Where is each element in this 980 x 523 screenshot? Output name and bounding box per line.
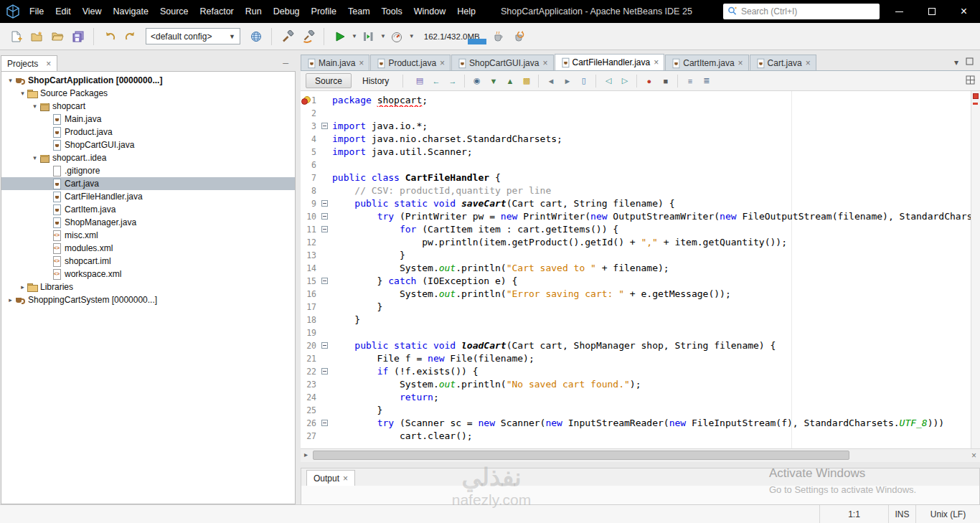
expand-arrow-icon[interactable]: ▾: [30, 154, 39, 161]
tab-close-icon[interactable]: ×: [738, 59, 743, 67]
tree-item-modules-xml[interactable]: modules.xml: [1, 242, 295, 255]
gc-button[interactable]: [489, 27, 509, 46]
close-button[interactable]: ×: [948, 0, 980, 23]
shift-left-icon[interactable]: ◁: [600, 74, 616, 88]
new-project-button[interactable]: [27, 27, 46, 46]
tab-close-icon[interactable]: ×: [343, 474, 348, 483]
tree-item-product-java[interactable]: Product.java: [1, 126, 295, 138]
tree-item-shopcartapplication-0000000[interactable]: ▾ShopCartApplication [0000000...]: [1, 74, 295, 87]
tab-close-icon[interactable]: ×: [359, 59, 364, 67]
maximize-editor-icon[interactable]: [966, 57, 974, 67]
new-file-button[interactable]: [6, 27, 25, 46]
projects-tab[interactable]: Projects ×: [1, 55, 57, 71]
menu-help[interactable]: Help: [451, 0, 481, 23]
output-tab[interactable]: Output ×: [306, 470, 355, 486]
tree-item-shopcart-idea[interactable]: ▾shopcart..idea: [1, 151, 295, 164]
run-dropdown-icon[interactable]: ▼: [352, 33, 357, 39]
tab-close-icon[interactable]: ×: [806, 59, 811, 67]
editor-tab-product-java[interactable]: Product.java×: [370, 55, 451, 70]
menu-tools[interactable]: Tools: [376, 0, 408, 23]
tree-item-shopcartgui-java[interactable]: ShopCartGUI.java: [1, 138, 295, 151]
config-select[interactable]: <default config> ▼: [146, 28, 240, 44]
debug-dropdown-icon[interactable]: ▼: [380, 33, 386, 39]
next-bookmark-icon[interactable]: ►: [560, 74, 575, 88]
tree-item-cart-java[interactable]: Cart.java: [1, 177, 295, 190]
collapse-arrow-icon[interactable]: ▸: [18, 283, 27, 291]
previous-occurrence-icon[interactable]: ▲: [502, 74, 517, 88]
tree-item-shopcart[interactable]: ▾shopcart: [1, 100, 295, 113]
build-project-button[interactable]: [278, 27, 297, 46]
expand-arrow-icon[interactable]: ▾: [18, 90, 27, 97]
tab-close-icon[interactable]: ×: [654, 58, 659, 67]
menu-profile[interactable]: Profile: [306, 0, 342, 23]
code-fold-icon[interactable]: [321, 342, 328, 349]
stop-macro-icon[interactable]: ■: [658, 74, 673, 88]
panel-divider[interactable]: [301, 462, 980, 468]
code-fold-icon[interactable]: [321, 226, 328, 232]
minimize-button[interactable]: [883, 0, 915, 23]
quick-search-input[interactable]: Search (Ctrl+I): [723, 4, 880, 19]
code-fold-icon[interactable]: [321, 368, 328, 374]
code-fold-icon[interactable]: [321, 213, 328, 220]
code-editor[interactable]: 1package shopcart;23import java.io.*;4im…: [301, 91, 980, 448]
code-fold-icon[interactable]: [321, 123, 328, 129]
editor-tab-main-java[interactable]: Main.java×: [301, 55, 369, 70]
tree-item-main-java[interactable]: Main.java: [1, 113, 295, 126]
code-fold-icon[interactable]: [321, 278, 328, 284]
code-fold-icon[interactable]: [321, 420, 328, 426]
tab-list-icon[interactable]: ▾: [954, 57, 958, 67]
profile-project-button[interactable]: [387, 27, 407, 46]
undo-button[interactable]: [100, 27, 119, 46]
tab-close-icon[interactable]: ×: [440, 59, 445, 67]
menu-window[interactable]: Window: [408, 0, 451, 23]
tree-item-shopmanager-java[interactable]: ShopManager.java: [1, 216, 295, 229]
error-stripe-mark[interactable]: [973, 103, 978, 105]
shift-right-icon[interactable]: ▷: [617, 74, 632, 88]
menu-file[interactable]: File: [24, 0, 50, 23]
menu-refactor[interactable]: Refactor: [194, 0, 240, 23]
tab-close-icon[interactable]: ×: [542, 59, 547, 67]
find-selection-icon[interactable]: ◉: [469, 74, 484, 88]
menu-debug[interactable]: Debug: [268, 0, 306, 23]
source-view-button[interactable]: Source: [306, 73, 352, 88]
insert-mode-indicator[interactable]: INS: [888, 505, 915, 523]
next-occurrence-icon[interactable]: ▼: [486, 74, 501, 88]
scrollbar-close-icon[interactable]: ×: [971, 451, 976, 461]
history-view-button[interactable]: History: [354, 73, 397, 88]
menu-team[interactable]: Team: [342, 0, 376, 23]
maximize-button[interactable]: [915, 0, 948, 23]
tree-item-gitignore[interactable]: .gitignore: [1, 164, 295, 177]
gc-log-button[interactable]: [510, 27, 529, 46]
expand-arrow-icon[interactable]: ▾: [30, 103, 39, 110]
previous-bookmark-icon[interactable]: ◄: [543, 74, 558, 88]
run-project-button[interactable]: [330, 27, 349, 46]
minimize-panel-icon[interactable]: ─: [283, 59, 288, 67]
editor-tab-cartitem-java[interactable]: CartItem.java×: [665, 55, 748, 70]
scrollbar-thumb[interactable]: [313, 451, 849, 460]
uncomment-icon[interactable]: ≣: [699, 74, 714, 88]
error-stripe[interactable]: [971, 91, 980, 448]
collapse-arrow-icon[interactable]: ▸: [6, 296, 15, 303]
menu-view[interactable]: View: [77, 0, 108, 23]
editor-tab-cart-java[interactable]: Cart.java×: [750, 55, 816, 70]
tree-item-misc-xml[interactable]: misc.xml: [1, 229, 295, 242]
tree-item-shoppingcartsystem-0000000[interactable]: ▸ShoppingCartSystem [0000000...]: [1, 293, 295, 306]
menu-run[interactable]: Run: [240, 0, 268, 23]
memory-indicator[interactable]: 162.1/432.0MB: [420, 27, 484, 46]
comment-icon[interactable]: ≡: [682, 74, 697, 88]
toggle-bookmark-icon[interactable]: ▯: [576, 74, 591, 88]
forward-icon[interactable]: →: [445, 74, 460, 88]
tree-item-cartitem-java[interactable]: CartItem.java: [1, 203, 295, 216]
tree-item-source-packages[interactable]: ▾Source Packages: [1, 87, 295, 100]
tree-item-workspace-xml[interactable]: workspace.xml: [1, 268, 295, 281]
expand-arrow-icon[interactable]: ▾: [6, 77, 15, 84]
start-macro-icon[interactable]: ●: [641, 74, 656, 88]
clean-build-button[interactable]: [298, 27, 318, 46]
horizontal-scrollbar[interactable]: ▸ ×: [301, 448, 980, 462]
back-icon[interactable]: ←: [428, 74, 443, 88]
editor-tab-shopcartgui-java[interactable]: ShopCartGUI.java×: [451, 55, 553, 70]
code-fold-icon[interactable]: [321, 200, 328, 207]
tree-item-cartfilehandler-java[interactable]: CartFileHandler.java: [1, 190, 295, 203]
editor-tab-cartfilehandler-java[interactable]: CartFileHandler.java×: [555, 54, 665, 70]
editor-split-icon[interactable]: [966, 75, 975, 87]
